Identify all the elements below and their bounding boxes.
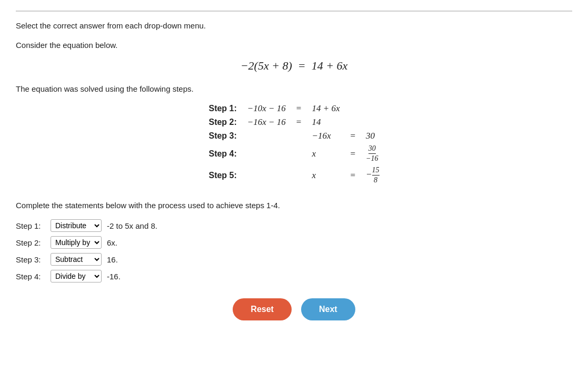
step2-eq: = <box>291 115 307 129</box>
step2-row-label: Step 2: <box>16 238 47 247</box>
step5-label: Step 5: <box>203 164 242 186</box>
step3-eq <box>291 129 307 143</box>
step4-dropdown-row: Step 4: Distribute Add Subtract Multiply… <box>16 270 572 282</box>
complete-text: Complete the statements below with the p… <box>16 201 572 210</box>
step2-rhs: 14 <box>306 115 345 129</box>
step4-denom: −16 <box>366 154 378 163</box>
consider-text: Consider the equation below. <box>16 41 572 50</box>
step5-fraction: 15 8 <box>372 166 380 184</box>
step4-row-label: Step 4: <box>16 272 47 281</box>
step3-row-label: Step 3: <box>16 255 47 264</box>
table-row: Step 2: −16x − 16 = 14 <box>203 115 384 129</box>
table-row: Step 4: x = 30 −16 <box>203 143 384 164</box>
instruction-text: Select the correct answer from each drop… <box>16 21 572 30</box>
step4-select[interactable]: Distribute Add Subtract Multiply by Divi… <box>51 270 102 282</box>
step1-select[interactable]: Distribute Add Subtract Multiply by Divi… <box>51 219 102 232</box>
step5-eq2: = <box>345 164 361 186</box>
step3-label: Step 3: <box>203 129 242 143</box>
step1-row-label: Step 1: <box>16 221 47 230</box>
step4-eq <box>291 143 307 164</box>
table-row: Step 1: −10x − 16 = 14 + 6x <box>203 102 384 115</box>
step4-lhs <box>242 143 291 164</box>
main-equation-text: −2(5x + 8) = 14 + 6x <box>241 59 348 72</box>
step2-select[interactable]: Distribute Add Subtract Multiply by Divi… <box>51 236 102 249</box>
step4-mid: x <box>306 143 345 164</box>
step3-after-text: 16. <box>107 255 118 264</box>
top-border <box>16 11 572 12</box>
step3-select[interactable]: Distribute Add Subtract Multiply by Divi… <box>51 253 102 266</box>
reset-button[interactable]: Reset <box>233 298 292 320</box>
main-equation: −2(5x + 8) = 14 + 6x <box>16 59 572 73</box>
table-row: Step 5: x = − 15 8 <box>203 164 384 186</box>
step2-after-text: 6x. <box>107 238 117 247</box>
step5-rhs: − 15 8 <box>361 164 384 186</box>
table-row: Step 3: −16x = 30 <box>203 129 384 143</box>
step1-rhs: 14 + 6x <box>306 102 345 115</box>
step3-lhs <box>242 129 291 143</box>
step1-after-text: -2 to 5x and 8. <box>107 221 157 230</box>
next-button[interactable]: Next <box>301 298 355 320</box>
step1-label: Step 1: <box>203 102 242 115</box>
step5-numer: 15 <box>372 166 380 176</box>
step3-eq2: = <box>345 129 361 143</box>
step3-dropdown-row: Step 3: Distribute Add Subtract Multiply… <box>16 253 572 266</box>
step1-eq: = <box>291 102 307 115</box>
step2-label: Step 2: <box>203 115 242 129</box>
step2-lhs: −16x − 16 <box>242 115 291 129</box>
step4-numer: 30 <box>368 144 376 154</box>
step5-eq <box>291 164 307 186</box>
step3-rhs: 30 <box>361 129 384 143</box>
dropdown-section: Step 1: Distribute Add Subtract Multiply… <box>16 219 572 282</box>
step5-denom: 8 <box>374 176 377 184</box>
step5-mid: x <box>306 164 345 186</box>
step3-mid: −16x <box>306 129 345 143</box>
steps-table: Step 1: −10x − 16 = 14 + 6x Step 2: −16x… <box>203 102 384 186</box>
step4-fraction: 30 −16 <box>366 144 378 163</box>
step2-dropdown-row: Step 2: Distribute Add Subtract Multiply… <box>16 236 572 249</box>
step1-dropdown-row: Step 1: Distribute Add Subtract Multiply… <box>16 219 572 232</box>
step5-lhs <box>242 164 291 186</box>
button-row: Reset Next <box>16 298 572 320</box>
step4-after-text: -16. <box>107 272 121 281</box>
steps-intro: The equation was solved using the follow… <box>16 84 572 93</box>
step4-rhs: 30 −16 <box>361 143 384 164</box>
step4-eq2: = <box>345 143 361 164</box>
step1-lhs: −10x − 16 <box>242 102 291 115</box>
step4-label: Step 4: <box>203 143 242 164</box>
